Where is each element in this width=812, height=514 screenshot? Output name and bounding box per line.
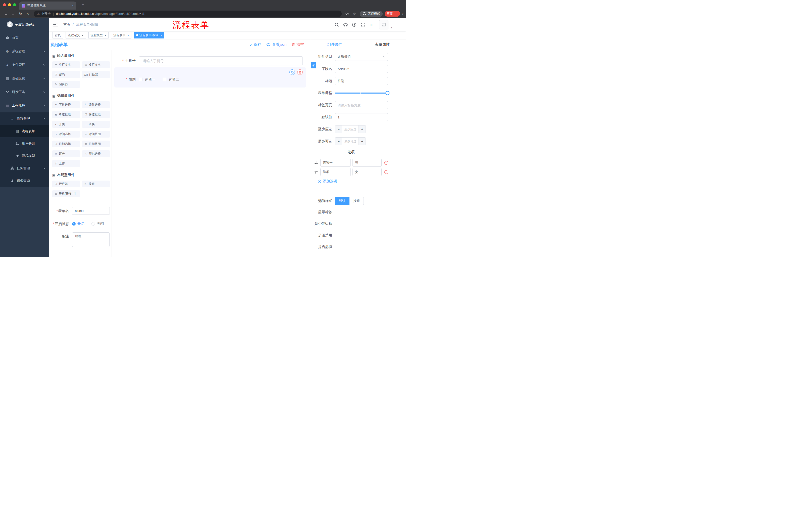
back-icon[interactable]: ←	[2, 10, 9, 17]
component-type-select[interactable]	[335, 53, 388, 61]
github-icon[interactable]	[343, 22, 348, 28]
remove-option-button[interactable]	[384, 170, 388, 174]
palette-item-rate[interactable]: ☆评分	[52, 151, 80, 157]
sidebar-item-process-management[interactable]: ≡ 流程管理	[0, 112, 49, 125]
hamburger-icon[interactable]	[53, 22, 58, 27]
palette-item-time-range[interactable]: ◕时间范围	[82, 131, 110, 138]
label-width-input[interactable]	[335, 101, 388, 109]
tag-close-icon[interactable]: ×	[105, 34, 107, 37]
option-value-input[interactable]	[352, 168, 382, 176]
palette-item-cascader[interactable]: ↳级联选择	[82, 101, 110, 108]
stepper-increase-button[interactable]: +	[358, 138, 366, 145]
avatar[interactable]: ˅	[379, 20, 388, 29]
browser-tab[interactable]: 芋道管理系统 ×	[19, 1, 76, 9]
security-chip[interactable]: ⚠ 不安全	[37, 11, 51, 16]
palette-item-time-picker[interactable]: ◔时间选择	[52, 131, 80, 138]
tab-form-props[interactable]: 表单属性	[358, 39, 406, 50]
sidebar-item-workflow[interactable]: ▦ 工作流程	[0, 99, 49, 112]
slider-handle[interactable]	[385, 91, 389, 95]
address-bar[interactable]: ⚠ 不安全 | dashboard.yudao.iocoder.cn/bpm/m…	[34, 10, 342, 17]
canvas-field-gender[interactable]: * 性别 选项一 选项二	[114, 67, 306, 87]
palette-item-editor[interactable]: ✎编辑器	[52, 81, 80, 88]
checkbox-box[interactable]	[163, 78, 166, 81]
drag-handle-icon[interactable]	[314, 161, 318, 165]
maximize-window-button[interactable]	[13, 3, 16, 6]
delete-component-button[interactable]	[297, 70, 303, 75]
component-type-value[interactable]	[335, 53, 388, 61]
style-button-button[interactable]: 按钮	[349, 197, 364, 205]
tag-process-form[interactable]: 流程表单 ×	[111, 32, 132, 38]
tag-close-icon[interactable]: ×	[160, 34, 162, 37]
option-value-input[interactable]	[352, 159, 382, 167]
drawing-canvas[interactable]: * 手机号 * 性别	[112, 50, 311, 257]
max-select-placeholder[interactable]: 最多可选	[342, 138, 358, 145]
add-option-button[interactable]: 添加选项	[318, 179, 406, 184]
sidebar-item-payment[interactable]: ¥ 支付管理	[0, 58, 49, 72]
form-name-input[interactable]	[72, 207, 110, 215]
stepper-increase-button[interactable]: +	[358, 126, 366, 133]
browser-menu-icon[interactable]: ⋮	[395, 12, 398, 16]
tag-process-definition[interactable]: 流程定义 ×	[65, 32, 86, 38]
palette-item-slider[interactable]: ↔滑块	[82, 121, 110, 128]
fullscreen-icon[interactable]	[360, 22, 366, 28]
sidebar-item-process-model[interactable]: 流程模型	[0, 150, 49, 162]
help-icon[interactable]	[351, 22, 357, 28]
form-remark-textarea[interactable]: 嘿嘿	[72, 232, 110, 247]
sidebar-item-devtools[interactable]: ⚒ 研发工具	[0, 85, 49, 99]
palette-item-select[interactable]: ▾下拉选择	[52, 101, 80, 108]
home-icon[interactable]: ⌂	[24, 10, 31, 17]
reload-icon[interactable]: ↻	[17, 10, 24, 17]
sidebar-item-user-groups[interactable]: 用户分组	[0, 137, 49, 150]
slider-track[interactable]	[335, 92, 388, 93]
option-label-input[interactable]	[320, 168, 351, 176]
tag-process-form-edit[interactable]: 流程表单-编辑 ×	[134, 32, 165, 38]
save-button[interactable]: ✓ 保存	[250, 42, 262, 47]
link-handle-button[interactable]	[311, 62, 316, 69]
palette-item-radio-group[interactable]: ◉单选框组	[52, 111, 80, 118]
update-browser-button[interactable]: 更新 ⋮	[385, 11, 400, 17]
checkbox-option-2[interactable]: 选项二	[163, 77, 179, 82]
minimize-window-button[interactable]	[8, 3, 11, 6]
palette-item-row-container[interactable]: ⊞行容器	[52, 181, 80, 187]
sidebar-item-infrastructure[interactable]: ▤ 基础设施	[0, 72, 49, 85]
palette-item-date-range[interactable]: ▦日期范围	[82, 141, 110, 147]
tag-close-icon[interactable]: ×	[127, 34, 129, 37]
forward-icon[interactable]: →	[10, 10, 17, 17]
stepper-decrease-button[interactable]: −	[335, 126, 342, 133]
chevron-down-icon[interactable]: ˅	[402, 12, 404, 15]
sidebar-item-leave-query[interactable]: 请假查询	[0, 174, 49, 187]
clear-button[interactable]: 清空	[291, 42, 304, 47]
palette-item-checkbox-group[interactable]: ☑多选框组	[82, 111, 110, 118]
stepper-decrease-button[interactable]: −	[335, 138, 342, 145]
sidebar-item-home[interactable]: 首页	[0, 31, 49, 45]
palette-item-counter[interactable]: 123计数器	[82, 71, 110, 78]
tab-component-props[interactable]: 组件属性	[311, 39, 358, 50]
palette-item-color-picker[interactable]: ◑颜色选择	[82, 151, 110, 157]
sidebar-item-process-form[interactable]: ▤ 流程表单	[0, 125, 49, 137]
palette-item-table[interactable]: ▦表格[开发中]	[52, 190, 80, 197]
close-window-button[interactable]	[3, 3, 6, 6]
new-tab-button[interactable]: +	[80, 2, 86, 8]
palette-item-single-line[interactable]: ▭单行文本	[52, 61, 80, 68]
tag-close-icon[interactable]: ×	[82, 34, 84, 37]
tag-home[interactable]: 首页	[53, 32, 63, 38]
sidebar-item-task-management[interactable]: 任务管理	[0, 162, 49, 174]
view-json-button[interactable]: 查看json	[266, 42, 286, 47]
canvas-field-phone[interactable]: * 手机号	[114, 55, 306, 66]
title-input[interactable]	[335, 77, 388, 85]
palette-item-switch[interactable]: ◐开关	[52, 121, 80, 128]
palette-item-upload[interactable]: ⇧上传	[52, 160, 80, 167]
search-icon[interactable]	[334, 22, 340, 28]
checkbox-box[interactable]	[139, 78, 142, 81]
tab-close-icon[interactable]: ×	[72, 4, 74, 7]
phone-input[interactable]	[139, 56, 303, 65]
style-default-button[interactable]: 默认	[335, 197, 349, 205]
default-value-input[interactable]	[335, 113, 388, 121]
palette-item-textarea[interactable]: ▤多行文本	[82, 61, 110, 68]
copy-component-button[interactable]	[289, 70, 295, 75]
checkbox-option-1[interactable]: 选项一	[139, 77, 155, 82]
min-select-placeholder[interactable]: 至少应选	[342, 126, 358, 133]
status-on-radio[interactable]: 开启	[72, 221, 84, 226]
option-label-input[interactable]	[320, 159, 351, 167]
remove-option-button[interactable]	[384, 161, 388, 165]
